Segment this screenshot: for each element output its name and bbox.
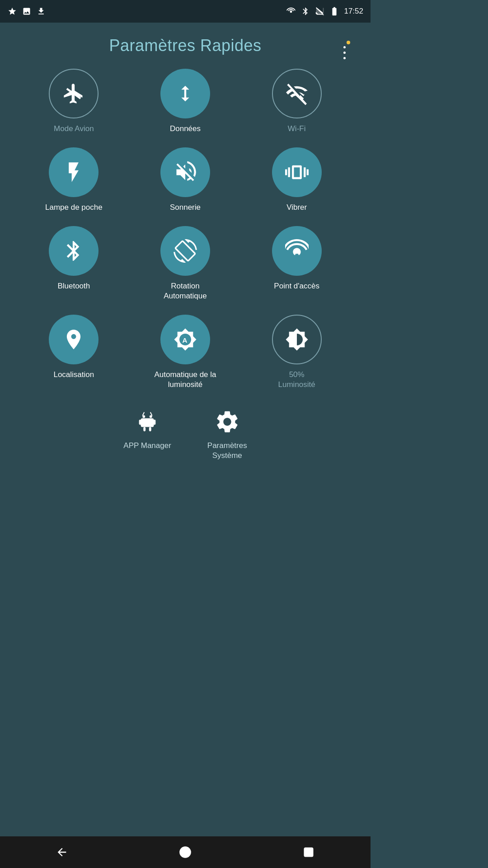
qs-bluetooth[interactable]: Bluetooth (23, 226, 125, 301)
bluetooth-status-icon (300, 6, 310, 16)
qs-brightness[interactable]: 50%Luminosité (245, 315, 348, 390)
qs-data-label: Données (170, 124, 201, 134)
qs-flashlight-label: Lampe de poche (45, 203, 103, 212)
svg-line-10 (142, 412, 144, 415)
download-icon (36, 6, 46, 16)
qs-ringtone-icon-circle (160, 147, 210, 197)
qs-vibrate[interactable]: Vibrer (245, 147, 348, 212)
battery-icon (329, 6, 339, 16)
qs-location-label: Localisation (53, 370, 94, 380)
qs-vibrate-label: Vibrer (286, 203, 307, 212)
qs-auto-rotate[interactable]: RotationAutomatique (134, 226, 237, 301)
qs-wifi[interactable]: Wi-Fi (245, 69, 348, 134)
settings-star-icon (7, 6, 17, 16)
android-icon (134, 409, 160, 435)
app-manager-label: APP Manager (123, 441, 171, 451)
status-bar: 17:52 (0, 0, 371, 23)
app-manager-item[interactable]: APP Manager (123, 408, 171, 461)
qs-location[interactable]: Localisation (23, 315, 125, 390)
qs-bluetooth-label: Bluetooth (57, 281, 90, 291)
svg-rect-5 (141, 418, 154, 427)
qs-brightness-icon-circle (272, 315, 322, 364)
qs-rotate-icon-circle (160, 226, 210, 276)
svg-rect-6 (139, 420, 141, 425)
status-bar-right: 17:52 (286, 6, 363, 16)
qs-hotspot-label: Point d'accès (274, 281, 319, 291)
airplane-icon (62, 82, 85, 105)
qs-auto-brightness-label: Automatique de laluminosité (154, 370, 216, 390)
qs-wifi-icon-circle (272, 69, 322, 118)
qs-ringtone-label: Sonnerie (170, 203, 201, 212)
qs-flashlight[interactable]: Lampe de poche (23, 147, 125, 212)
hotspot-icon (285, 239, 309, 263)
bottom-actions: APP Manager ParamètresSystème (18, 408, 352, 461)
qs-vibrate-icon-circle (272, 147, 322, 197)
data-transfer-icon (174, 82, 197, 105)
system-settings-label: ParamètresSystème (207, 441, 247, 461)
auto-brightness-icon: A (174, 328, 197, 351)
status-bar-left (7, 6, 46, 16)
quick-settings-grid: Mode Avion Données Wi-Fi (18, 69, 352, 390)
location-icon (62, 328, 85, 351)
svg-line-11 (150, 412, 152, 415)
more-menu-button[interactable] (339, 38, 352, 61)
qs-hotspot-icon-circle (272, 226, 322, 276)
qs-airplane-icon-circle (49, 69, 99, 118)
qs-hotspot[interactable]: Point d'accès (245, 226, 348, 301)
qs-data-icon-circle (160, 69, 210, 118)
system-settings-icon (214, 408, 241, 435)
volume-icon (174, 160, 197, 184)
qs-brightness-label: 50%Luminosité (278, 370, 315, 390)
flashlight-icon (62, 160, 85, 184)
svg-text:A: A (182, 336, 187, 344)
qs-location-icon-circle (49, 315, 99, 364)
signal-icon (315, 6, 325, 16)
hotspot-icon (286, 6, 296, 16)
main-content: Paramètres Rapides Mode Avion (0, 23, 371, 470)
status-time: 17:52 (344, 7, 363, 16)
wifi-off-icon (285, 82, 309, 105)
settings-gear-icon (214, 409, 240, 435)
qs-airplane-label: Mode Avion (54, 124, 94, 134)
qs-rotate-label: RotationAutomatique (164, 281, 206, 301)
image-icon (22, 6, 32, 16)
qs-auto-brightness[interactable]: A Automatique de laluminosité (134, 315, 237, 390)
qs-ringtone[interactable]: Sonnerie (134, 147, 237, 212)
page-title: Paramètres Rapides (109, 36, 261, 55)
qs-wifi-label: Wi-Fi (288, 124, 306, 134)
qs-flashlight-icon-circle (49, 147, 99, 197)
qs-bluetooth-icon-circle (49, 226, 99, 276)
qs-data[interactable]: Données (134, 69, 237, 134)
svg-rect-8 (143, 427, 145, 431)
svg-rect-7 (154, 420, 156, 425)
vibrate-icon (285, 160, 309, 184)
svg-rect-9 (149, 427, 151, 431)
header: Paramètres Rapides (18, 32, 352, 55)
app-manager-icon (134, 408, 161, 435)
bluetooth-icon (62, 239, 85, 263)
brightness-icon (285, 328, 309, 351)
system-settings-item[interactable]: ParamètresSystème (207, 408, 247, 461)
qs-auto-brightness-icon-circle: A (160, 315, 210, 364)
qs-airplane-mode[interactable]: Mode Avion (23, 69, 125, 134)
rotate-icon (174, 239, 197, 263)
